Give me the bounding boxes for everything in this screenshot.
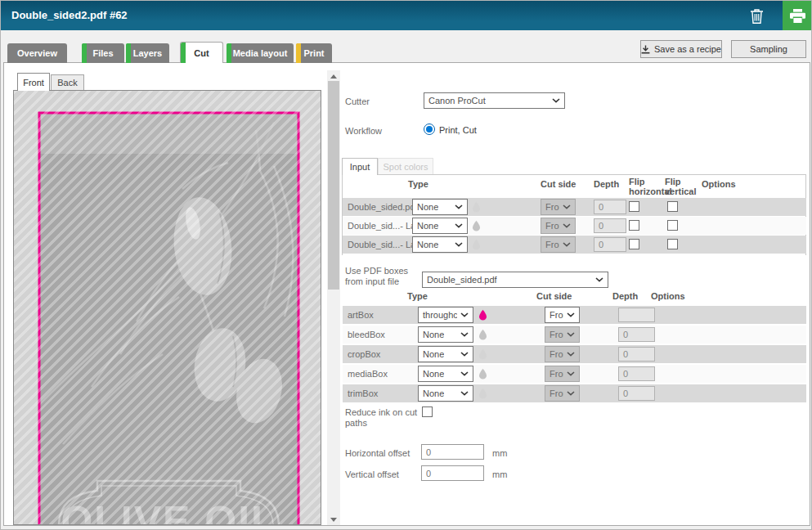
horizontal-offset-label: Horizontal offset xyxy=(345,448,410,459)
delete-job-button[interactable] xyxy=(746,6,767,25)
input-row-layer-2: Double_sid...- Layer 2 None Front 0 xyxy=(343,217,806,235)
chevron-down-icon xyxy=(451,204,463,209)
droplet-icon xyxy=(478,329,487,340)
dropdown-value: Front xyxy=(545,221,559,231)
depth-field: 0 xyxy=(618,327,655,342)
chevron-down-icon xyxy=(559,242,571,247)
dropdown-value: None xyxy=(423,349,444,359)
tab-layers[interactable]: Layers xyxy=(126,43,169,63)
cut-type-dropdown[interactable]: None xyxy=(418,346,473,362)
reduce-ink-checkbox[interactable] xyxy=(422,406,433,417)
cut-type-dropdown[interactable]: None xyxy=(412,218,468,234)
chevron-down-icon xyxy=(563,312,575,317)
cutter-dropdown[interactable]: Canon ProCut xyxy=(424,92,565,109)
cut-side-dropdown: Front xyxy=(541,218,576,234)
chevron-down-icon xyxy=(457,312,469,317)
tab-print[interactable]: Print xyxy=(296,43,332,63)
tab-status-marker xyxy=(82,43,87,63)
dropdown-value: Front xyxy=(550,310,563,320)
cut-side-dropdown: Front xyxy=(545,326,580,343)
tab-label: Files xyxy=(92,48,113,58)
dropdown-value: None xyxy=(423,389,444,398)
tab-cut[interactable]: Cut xyxy=(180,42,223,63)
sampling-label: Sampling xyxy=(750,44,787,54)
vertical-offset-label: Vertical offset xyxy=(345,469,399,480)
flip-horizontal-checkbox[interactable] xyxy=(629,201,639,212)
scroll-down-button[interactable] xyxy=(327,514,340,525)
depth-field: 0 xyxy=(618,386,655,401)
label-title-text: OLIVE OIL xyxy=(61,498,277,524)
pdf-box-row-bleedbox: bleedBox None Front 0 xyxy=(343,326,806,344)
cut-type-dropdown[interactable]: None xyxy=(412,199,468,215)
preview-tab-back[interactable]: Back xyxy=(51,74,84,90)
depth-field: 0 xyxy=(618,366,655,381)
chevron-down-icon xyxy=(592,277,603,282)
cut-side-dropdown: Front xyxy=(545,385,580,402)
flip-horizontal-checkbox[interactable] xyxy=(629,220,639,231)
dropdown-value: None xyxy=(423,369,444,379)
cut-type-dropdown[interactable]: throughcut xyxy=(418,307,473,323)
depth-field: 0 xyxy=(594,237,626,252)
sampling-button[interactable]: Sampling xyxy=(731,40,806,58)
droplet-icon xyxy=(478,368,487,380)
column-header-depth: Depth xyxy=(594,179,619,189)
dropdown-value: throughcut xyxy=(423,310,457,320)
pdf-boxes-source-dropdown[interactable]: Double_sided.pdf xyxy=(422,272,608,288)
print-job-button[interactable] xyxy=(783,1,812,30)
flip-vertical-checkbox[interactable] xyxy=(667,239,678,249)
flip-horizontal-checkbox[interactable] xyxy=(629,239,639,249)
dropdown-value: Front xyxy=(550,369,563,379)
flip-vertical-checkbox[interactable] xyxy=(667,220,678,231)
horizontal-offset-unit: mm xyxy=(492,448,507,458)
preview-tab-front[interactable]: Front xyxy=(17,73,50,91)
scroll-up-button[interactable] xyxy=(327,70,340,82)
column-header-options: Options xyxy=(702,179,736,189)
tab-status-marker xyxy=(296,43,301,63)
scrollbar-thumb[interactable] xyxy=(328,81,339,290)
tab-label: Back xyxy=(57,78,77,88)
dropdown-value: Front xyxy=(545,240,559,249)
column-header-cut-side: Cut side xyxy=(536,291,572,301)
dropdown-value: Front xyxy=(550,330,563,339)
column-header-options: Options xyxy=(651,291,685,301)
cut-side-dropdown: Front xyxy=(541,199,576,215)
column-header-depth: Depth xyxy=(612,291,638,301)
triangle-up-icon xyxy=(330,74,337,79)
tab-input[interactable]: Input xyxy=(342,158,378,175)
tab-overview[interactable]: Overview xyxy=(7,43,67,63)
tab-label: Media layout xyxy=(233,48,288,58)
column-header-flip-horizontal: Flip horizontal xyxy=(629,177,662,196)
reduce-ink-label: Reduce ink on cut paths xyxy=(345,407,423,429)
chevron-down-icon xyxy=(563,391,575,396)
flip-vertical-checkbox[interactable] xyxy=(667,201,678,212)
cut-type-dropdown[interactable]: None xyxy=(418,385,473,402)
workflow-print-cut-radio[interactable] xyxy=(424,124,435,135)
cut-side-dropdown[interactable]: Front xyxy=(545,307,580,323)
olive-oil-label-artwork: OLIVE OIL xyxy=(14,91,321,524)
chevron-down-icon xyxy=(559,204,571,209)
dropdown-value: None xyxy=(417,202,438,212)
cut-type-dropdown[interactable]: None xyxy=(418,366,473,382)
chevron-down-icon xyxy=(451,223,463,228)
title-bar: Double_sided2.pdf #62 xyxy=(1,1,812,30)
cut-type-dropdown[interactable]: None xyxy=(412,236,468,253)
panel-scrollbar[interactable] xyxy=(327,70,340,525)
column-header-type: Type xyxy=(408,179,428,189)
tab-label: Layers xyxy=(133,48,162,58)
tab-files[interactable]: Files xyxy=(82,43,124,63)
dropdown-value: Front xyxy=(550,389,563,398)
trash-icon xyxy=(750,8,764,24)
chevron-down-icon xyxy=(563,352,575,357)
depth-field: 0 xyxy=(618,347,655,362)
vertical-offset-input[interactable] xyxy=(421,465,484,481)
tab-label: Front xyxy=(23,78,44,88)
save-as-recipe-button[interactable]: Save as a recipe xyxy=(640,40,722,58)
droplet-icon xyxy=(472,239,481,250)
column-header-flip-vertical: Flip vertical xyxy=(665,177,696,196)
window-title: Double_sided2.pdf #62 xyxy=(11,9,128,21)
tab-spot-colors[interactable]: Spot colors xyxy=(378,158,433,174)
download-icon xyxy=(641,45,650,54)
tab-media-layout[interactable]: Media layout xyxy=(227,43,294,63)
horizontal-offset-input[interactable] xyxy=(421,444,484,460)
cut-type-dropdown[interactable]: None xyxy=(418,326,473,343)
